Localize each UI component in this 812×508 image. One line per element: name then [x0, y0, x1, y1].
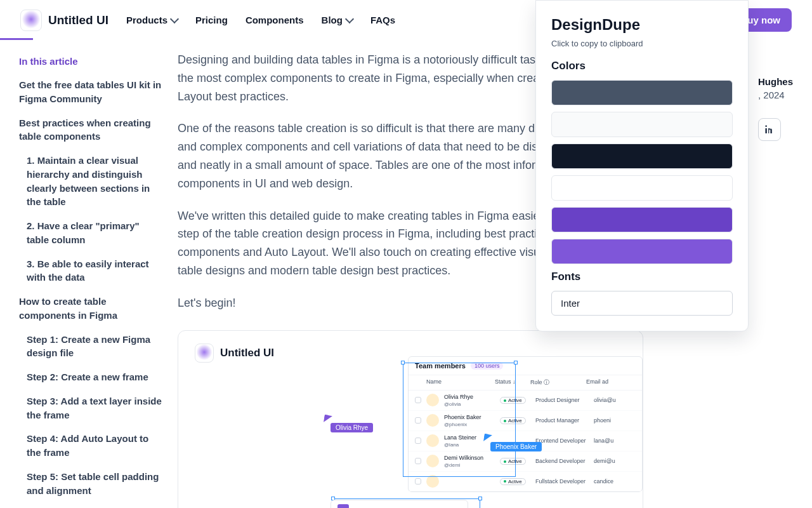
- svg-point-2: [765, 125, 767, 127]
- toc-link[interactable]: Get the free data tables UI kit in Figma…: [19, 78, 162, 106]
- nav-products[interactable]: Products: [126, 15, 178, 25]
- share-linkedin[interactable]: [758, 118, 781, 141]
- figma-embed: Untitled UI Olivia Rhye Team members 100…: [178, 330, 643, 508]
- file-attachment[interactable]: ✦ Figma data tables UI kit – Untitled UI…: [331, 500, 468, 508]
- toc-heading: In this article: [19, 56, 162, 67]
- designdupe-popover: DesignDupe Click to copy to clipboard Co…: [535, 0, 749, 331]
- toc-link[interactable]: Step 2: Create a new frame: [27, 370, 162, 384]
- color-swatch[interactable]: [551, 239, 733, 264]
- collaborator-cursor: Phoenix Baker: [490, 442, 542, 451]
- article-meta: Hughes , 2024: [758, 76, 793, 141]
- logo-mark-icon: [20, 10, 42, 31]
- checkbox[interactable]: [415, 478, 421, 485]
- embed-brand: Untitled UI: [220, 347, 274, 359]
- publish-date: , 2024: [758, 90, 793, 100]
- nav-components[interactable]: Components: [246, 15, 304, 25]
- nav-faqs[interactable]: FAQs: [370, 15, 395, 25]
- color-swatch[interactable]: [551, 144, 733, 169]
- nav-blog[interactable]: Blog: [322, 15, 353, 25]
- brand-name: Untitled UI: [48, 13, 108, 27]
- svg-rect-1: [765, 128, 767, 133]
- color-swatch[interactable]: [551, 80, 733, 105]
- color-swatch[interactable]: [551, 175, 733, 201]
- popover-hint: Click to copy to clipboard: [551, 39, 733, 48]
- toc-link[interactable]: Step 1: Create a new Figma design file: [27, 333, 162, 361]
- author-name: Hughes: [758, 76, 793, 87]
- toc-link[interactable]: Step 4: Add Auto Layout to the frame: [27, 432, 162, 460]
- nav-pricing[interactable]: Pricing: [195, 15, 228, 25]
- chevron-down-icon: [170, 14, 179, 23]
- logo-mark-icon: [195, 344, 214, 363]
- color-swatch[interactable]: [551, 112, 733, 137]
- primary-nav: Products Pricing Components Blog FAQs: [126, 15, 395, 25]
- brand-logo[interactable]: Untitled UI: [20, 10, 108, 31]
- toc-link[interactable]: 3. Be able to easily interact with the d…: [27, 257, 162, 285]
- colors-heading: Colors: [551, 60, 733, 72]
- avatar: [426, 475, 439, 488]
- font-chip[interactable]: Inter: [551, 291, 733, 316]
- color-swatch[interactable]: [551, 207, 733, 232]
- reading-progress: [0, 38, 33, 40]
- fonts-heading: Fonts: [551, 271, 733, 283]
- toc-link[interactable]: 2. Have a clear "primary" table column: [27, 219, 162, 247]
- selection-box: [403, 363, 516, 477]
- toc-link[interactable]: 1. Maintain a clear visual hierarchy and…: [27, 154, 162, 209]
- toc-link[interactable]: How to create table components in Figma: [19, 295, 162, 323]
- fig-file-icon: [337, 504, 349, 508]
- toc-link[interactable]: Best practices when creating table compo…: [19, 116, 162, 144]
- collaborator-cursor: Olivia Rhye: [331, 423, 373, 432]
- chevron-down-icon: [345, 14, 354, 23]
- popover-title: DesignDupe: [551, 16, 733, 34]
- toc-link[interactable]: Step 5: Set table cell padding and align…: [27, 470, 162, 498]
- toc-link[interactable]: Step 3: Add a text layer inside the fram…: [27, 394, 162, 422]
- toc-sidebar: In this article Get the free data tables…: [0, 41, 178, 508]
